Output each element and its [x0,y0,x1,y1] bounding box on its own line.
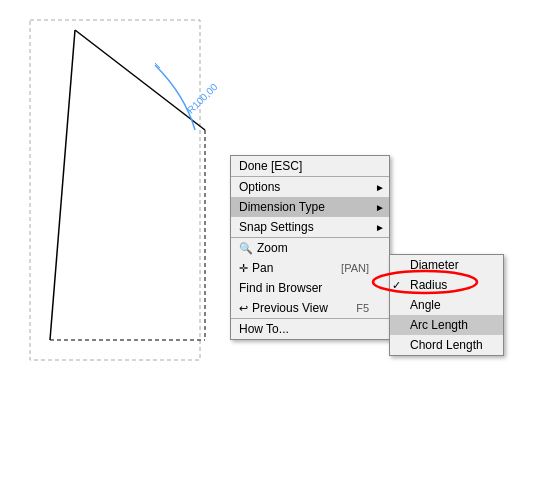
menu-item-previous-view[interactable]: ↩ Previous View F5 [231,298,389,318]
previous-view-shortcut: F5 [336,302,369,314]
context-menu: Done [ESC] Options ► Dimension Type ► Di… [230,155,390,340]
submenu-arrow-options: ► [375,182,385,193]
menu-item-pan[interactable]: ✛ Pan [PAN] [231,258,389,278]
submenu-item-chord-length[interactable]: Chord Length [390,335,503,355]
svg-line-2 [75,30,205,130]
pan-shortcut: [PAN] [321,262,369,274]
menu-item-find-in-browser[interactable]: Find in Browser [231,278,389,298]
menu-item-options[interactable]: Options ► [231,177,389,197]
submenu-item-diameter[interactable]: Diameter [390,255,503,275]
menu-item-dimension-type[interactable]: Dimension Type ► [231,197,389,217]
submenu-arrow-snap: ► [375,222,385,233]
dimension-type-container: Dimension Type ► Diameter ✓ Radius Angle… [231,197,389,217]
menu-item-how-to[interactable]: How To... [231,319,389,339]
submenu-arrow-dimension: ► [375,202,385,213]
menu-item-zoom[interactable]: 🔍 Zoom [231,238,389,258]
menu-item-done[interactable]: Done [ESC] [231,156,389,176]
pan-icon: ✛ [239,262,248,275]
submenu-item-angle[interactable]: Angle [390,295,503,315]
submenu-item-arc-length[interactable]: Arc Length [390,315,503,335]
svg-line-1 [50,30,75,340]
svg-rect-0 [30,20,200,360]
check-radius: ✓ [392,279,401,292]
dimension-type-submenu: Diameter ✓ Radius Angle Arc Length Chord… [389,254,504,356]
previous-view-icon: ↩ [239,302,248,315]
menu-item-snap-settings[interactable]: Snap Settings ► [231,217,389,237]
zoom-icon: 🔍 [239,242,253,255]
submenu-item-radius[interactable]: ✓ Radius [390,275,503,295]
